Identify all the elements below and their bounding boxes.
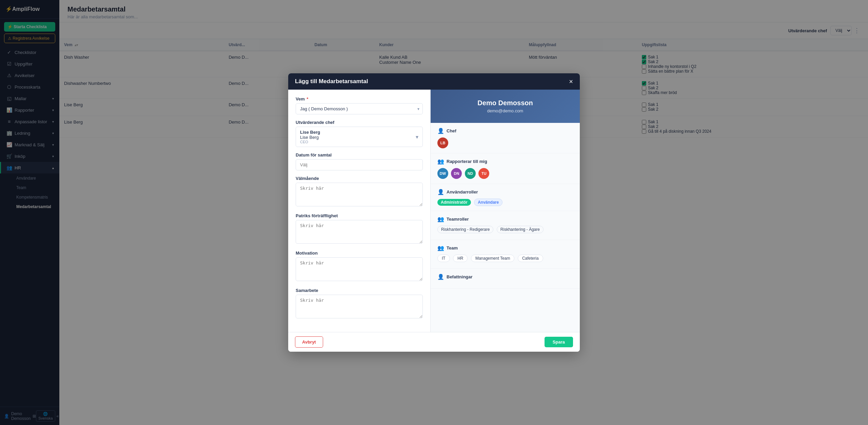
vem-select[interactable]: Jag ( Demo Demosson ) <box>296 103 423 114</box>
team-icon: 👥 <box>437 245 444 251</box>
cancel-button[interactable]: Avbryt <box>295 336 323 348</box>
patriks-textarea[interactable] <box>296 220 423 244</box>
modal-overlay[interactable]: Lägg till Medarbetarsamtal × Vem * Jag (… <box>0 0 868 425</box>
samarbete-textarea[interactable] <box>296 295 423 318</box>
rapporterar-section: 👥 Rapporterar till mig DW DN ND TU <box>431 153 580 184</box>
avatar: DW <box>437 168 448 179</box>
modal-profile-panel: Demo Demosson demo@demo.com 👤 Chef LB <box>431 90 580 332</box>
profile-email: demo@demo.com <box>437 108 573 113</box>
datum-field-group: Datum för samtal <box>296 152 423 170</box>
profile-name: Demo Demosson <box>437 99 573 107</box>
datum-label: Datum för samtal <box>296 152 423 158</box>
chevron-down-icon: ▾ <box>416 134 418 140</box>
modal-body: Vem * Jag ( Demo Demosson ) Utvärderande… <box>288 90 580 332</box>
modal-form-panel: Vem * Jag ( Demo Demosson ) Utvärderande… <box>288 90 431 332</box>
samarbete-label: Samarbete <box>296 288 423 293</box>
vem-select-wrapper: Jag ( Demo Demosson ) <box>296 103 423 114</box>
team-items: IT HR Management Team Cafeteria <box>437 255 573 264</box>
motivation-label: Motivation <box>296 251 423 256</box>
modal-close-button[interactable]: × <box>569 78 573 85</box>
modal-title: Lägg till Medarbetarsamtal <box>295 78 368 85</box>
team-role-badges: Riskhantering - Redigerare Riskhantering… <box>437 226 573 235</box>
chef-avatar-group: LB <box>437 137 573 148</box>
motivation-field-group: Motivation <box>296 251 423 282</box>
avatar: ND <box>465 168 476 179</box>
utvarderande-chef-group: Utvärderande chef Lise Berg Lise Berg CE… <box>296 120 423 147</box>
rapporterar-avatars: DW DN ND TU <box>437 168 573 179</box>
chef-icon: 👤 <box>437 128 444 134</box>
vem-label: Vem * <box>296 96 423 101</box>
save-button[interactable]: Spara <box>545 337 573 347</box>
lagg-till-modal: Lägg till Medarbetarsamtal × Vem * Jag (… <box>288 73 580 352</box>
modal-header: Lägg till Medarbetarsamtal × <box>288 73 580 90</box>
modal-footer: Avbryt Spara <box>288 332 580 352</box>
datum-input[interactable] <box>296 159 423 170</box>
team-item: IT <box>437 255 450 262</box>
chef-info: Lise Berg Lise Berg CEO <box>300 130 320 144</box>
team-item: HR <box>453 255 468 262</box>
valmående-label: Välmående <box>296 176 423 181</box>
role-badges: Administratör Användare <box>437 199 573 206</box>
befattningar-icon: 👤 <box>437 274 444 280</box>
avatar: LB <box>437 137 448 148</box>
vem-field-group: Vem * Jag ( Demo Demosson ) <box>296 96 423 114</box>
anvandarroller-icon: 👤 <box>437 189 444 195</box>
team-item: Cafeteria <box>518 255 543 262</box>
chef-section: 👤 Chef LB <box>431 123 580 153</box>
rapporterar-icon: 👥 <box>437 158 444 165</box>
team-role-badge: Riskhantering - Ägare <box>497 226 544 233</box>
admin-role-badge: Administratör <box>437 199 471 206</box>
team-item: Management Team <box>471 255 515 262</box>
profile-header: Demo Demosson demo@demo.com <box>431 90 580 123</box>
team-role-badge: Riskhantering - Redigerare <box>437 226 493 233</box>
teamroller-icon: 👥 <box>437 216 444 222</box>
avatar: DN <box>451 168 462 179</box>
team-section: 👥 Team IT HR Management Team Cafeteria <box>431 240 580 269</box>
patriks-field-group: Patriks förträfflighet <box>296 213 423 245</box>
valmående-field-group: Välmående <box>296 176 423 208</box>
befattningar-section: 👤 Befattningar <box>431 269 580 289</box>
motivation-textarea[interactable] <box>296 257 423 281</box>
utvarderande-chef-label: Utvärderande chef <box>296 120 423 125</box>
anvandarroller-section: 👤 Användarroller Administratör Användare <box>431 184 580 211</box>
teamroller-section: 👥 Teamroller Riskhantering - Redigerare … <box>431 211 580 240</box>
required-indicator: * <box>305 96 309 101</box>
patriks-label: Patriks förträfflighet <box>296 213 423 218</box>
user-role-badge: Användare <box>474 199 502 206</box>
valmående-textarea[interactable] <box>296 183 423 206</box>
avatar: TU <box>478 168 489 179</box>
samarbete-field-group: Samarbete <box>296 288 423 320</box>
